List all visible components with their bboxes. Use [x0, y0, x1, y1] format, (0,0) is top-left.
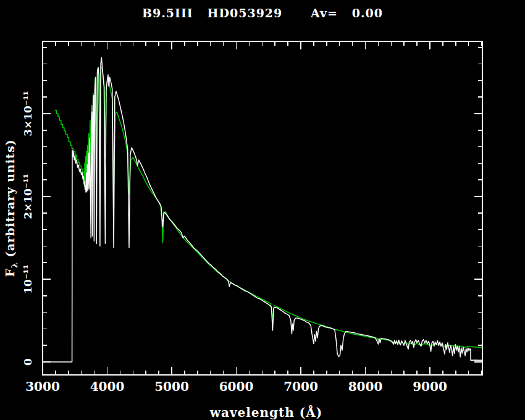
x-tick-label: 8000	[348, 379, 383, 394]
x-tick-label: 5000	[154, 379, 189, 394]
observed-spectrum-line	[43, 57, 482, 362]
y-axis-label-units: (arbitrary units)	[3, 139, 17, 262]
plot-frame	[43, 41, 482, 375]
y-tick-label: 0	[22, 358, 34, 366]
y-tick-label: 10⁻¹¹	[22, 264, 34, 294]
x-tick-label: 7000	[284, 379, 318, 394]
x-tick-label: 6000	[219, 379, 254, 394]
model-spectrum-line	[55, 67, 482, 348]
x-tick-label: 9000	[413, 379, 447, 394]
y-axis-label: Fλ (arbitrary units)	[3, 139, 19, 277]
x-tick-label: 3000	[25, 379, 60, 394]
spectrum-chart	[0, 0, 525, 420]
y-axis-label-subscript: λ	[10, 262, 19, 268]
y-tick-label: 2×10⁻¹¹	[22, 174, 34, 219]
y-tick-label: 3×10⁻¹¹	[22, 91, 34, 136]
x-tick-label: 4000	[90, 379, 125, 394]
spectrum-plot-window: B9.5III HD053929 Av= 0.00 30004000500060…	[0, 0, 525, 420]
y-axis-label-symbol: F	[3, 268, 17, 277]
x-axis-label: wavelength (Å)	[0, 405, 525, 420]
